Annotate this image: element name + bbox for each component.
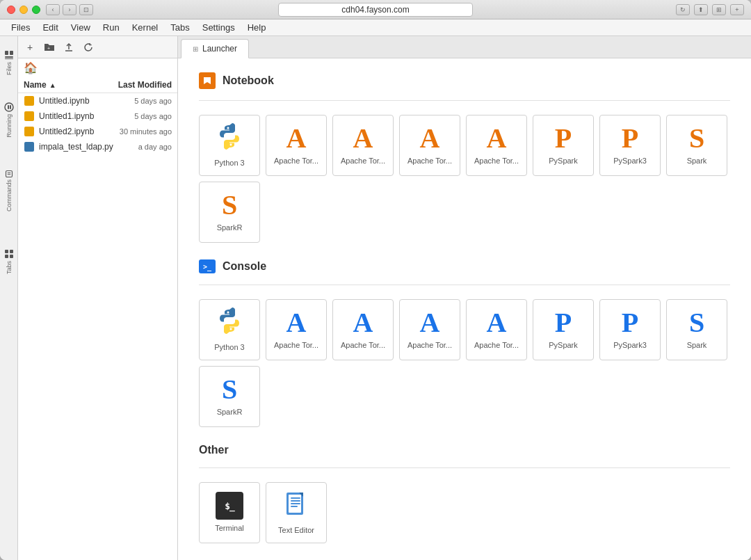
content-area: ⊞ Launcher Notebook [178, 36, 751, 560]
name-column-header[interactable]: Name ▲ [24, 80, 118, 90]
app-window: ‹ › ⊡ cdh04.fayson.com ↻ ⬆ ⊞ + Files Edi… [0, 0, 751, 560]
sidebar-item-tabs[interactable]: Tabs [1, 241, 17, 282]
svg-rect-2 [5, 58, 13, 59]
forward-button[interactable]: › [63, 4, 76, 15]
modified-column-header[interactable]: Last Modified [118, 80, 172, 90]
notebook-icon [24, 95, 35, 106]
tab-launcher[interactable]: ⊞ Launcher [181, 39, 249, 58]
text-editor-item[interactable]: Text Editor [266, 482, 327, 543]
resize-button[interactable]: ⊡ [79, 4, 93, 15]
file-date: a day ago [138, 143, 172, 151]
expand-icon[interactable]: ⊞ [712, 4, 726, 15]
console-spark-item[interactable]: S Spark [666, 299, 727, 360]
apache3-con-icon: A [420, 309, 440, 337]
spark-nb-label: Spark [687, 157, 707, 166]
sidebar-item-files[interactable]: Files [1, 42, 17, 83]
notebook-pyspark-item[interactable]: P PySpark [533, 115, 594, 176]
spark-nb-icon: S [689, 125, 704, 152]
new-folder-button[interactable]: + [42, 40, 57, 55]
close-button[interactable] [7, 6, 15, 14]
sparkr-nb-label: SparkR [217, 223, 243, 232]
new-file-button[interactable]: + [22, 40, 38, 55]
other-title-text: Other [199, 444, 229, 456]
sparkr-nb-icon: S [222, 191, 237, 219]
console-sparkr-item[interactable]: S SparkR [199, 366, 260, 427]
pyspark-nb-icon: P [555, 125, 572, 152]
sidebar-item-commands[interactable]: Commands [1, 170, 17, 211]
svg-rect-21 [291, 500, 300, 502]
notebook-spark-item[interactable]: S Spark [666, 115, 727, 176]
svg-rect-11 [10, 250, 13, 253]
menu-help[interactable]: Help [242, 21, 272, 34]
console-apache3-item[interactable]: A Apache Tor... [399, 299, 460, 360]
notebook-apache1-item[interactable]: A Apache Tor... [266, 115, 327, 176]
menu-settings[interactable]: Settings [197, 21, 241, 34]
svg-rect-10 [5, 250, 8, 253]
file-name: Untitled1.ipynb [39, 111, 134, 121]
files-icon [3, 49, 15, 61]
svg-rect-22 [291, 503, 300, 504]
console-apache1-item[interactable]: A Apache Tor... [266, 299, 327, 360]
upload-button[interactable] [61, 40, 76, 55]
svg-rect-23 [291, 506, 298, 507]
sidebar-item-running[interactable]: Running [1, 99, 17, 141]
minimize-button[interactable] [19, 6, 28, 14]
menu-files[interactable]: Files [6, 21, 35, 34]
upload-icon [64, 42, 74, 52]
notebook-apache3-item[interactable]: A Apache Tor... [399, 115, 460, 176]
menubar: Files Edit View Run Kernel Tabs Settings… [0, 19, 751, 36]
files-label: Files [6, 62, 13, 75]
apache2-nb-icon: A [353, 125, 373, 152]
notebook-apache4-item[interactable]: A Apache Tor... [466, 115, 527, 176]
titlebar-nav: ‹ › ⊡ [46, 4, 93, 15]
console-pyspark-item[interactable]: P PySpark [533, 299, 594, 360]
back-button[interactable]: ‹ [46, 4, 60, 15]
console-python3-item[interactable]: Python 3 [199, 299, 260, 360]
notebook-python3-item[interactable]: Python 3 [199, 115, 260, 176]
bookmark-icon [202, 76, 212, 86]
notebook-pyspark3-item[interactable]: P PySpark3 [599, 115, 661, 176]
traffic-lights [7, 6, 40, 14]
notebook-icon [24, 111, 35, 122]
console-pyspark3-item[interactable]: P PySpark3 [599, 299, 661, 360]
commands-label: Commands [6, 179, 13, 211]
url-text: cdh04.fayson.com [341, 5, 409, 15]
notebook-divider [199, 100, 730, 101]
apache1-con-icon: A [286, 309, 307, 337]
folder-icon: + [44, 42, 55, 52]
home-button[interactable]: 🏠 [18, 58, 177, 77]
list-item[interactable]: Untitled.ipynb 5 days ago [18, 93, 177, 109]
menu-kernel[interactable]: Kernel [127, 21, 164, 34]
menu-run[interactable]: Run [97, 21, 125, 34]
plus-icon[interactable]: + [730, 4, 744, 15]
url-bar[interactable]: cdh04.fayson.com [278, 3, 473, 17]
console-section: >_ Console [199, 259, 730, 427]
refresh-files-button[interactable] [81, 40, 96, 55]
terminal-item[interactable]: $_ Terminal [199, 482, 260, 543]
apache1-nb-label: Apache Tor... [274, 157, 318, 166]
menu-tabs[interactable]: Tabs [165, 21, 195, 34]
notebook-sparkr-item[interactable]: S SparkR [199, 182, 260, 243]
console-apache4-item[interactable]: A Apache Tor... [466, 299, 527, 360]
notebook-section-title: Notebook [199, 72, 730, 89]
share-icon[interactable]: ⬆ [694, 4, 708, 15]
console-apache2-item[interactable]: A Apache Tor... [332, 299, 394, 360]
maximize-button[interactable] [32, 6, 40, 14]
other-grid: $_ Terminal [199, 482, 730, 543]
console-section-icon: >_ [199, 259, 216, 273]
menu-edit[interactable]: Edit [37, 21, 63, 34]
other-section-title: Other [199, 444, 730, 456]
notebook-apache2-item[interactable]: A Apache Tor... [332, 115, 394, 176]
titlebar-right: ↻ ⬆ ⊞ + [676, 4, 744, 15]
list-item[interactable]: Untitled1.ipynb 5 days ago [18, 109, 177, 124]
list-item[interactable]: Untitled2.ipynb 30 minutes ago [18, 124, 177, 139]
apache1-nb-icon: A [286, 125, 307, 152]
sparkr-con-icon: S [222, 376, 237, 403]
main-layout: Files Running Commands [0, 36, 751, 560]
notebook-section-icon [199, 72, 216, 89]
pyspark3-nb-icon: P [622, 125, 638, 152]
menu-view[interactable]: View [65, 21, 96, 34]
list-item[interactable]: impala_test_ldap.py a day ago [18, 139, 177, 154]
refresh-icon[interactable]: ↻ [676, 4, 690, 15]
refresh-files-icon [83, 42, 93, 52]
